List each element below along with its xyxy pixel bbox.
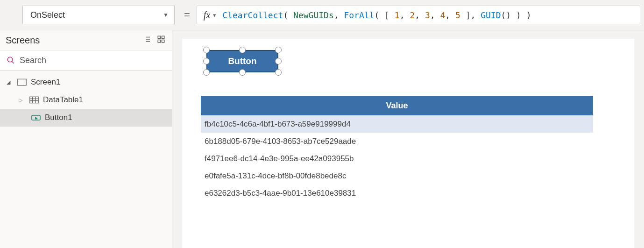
svg-line-11 bbox=[12, 61, 14, 64]
search-icon bbox=[7, 56, 15, 64]
data-table-icon bbox=[29, 96, 39, 104]
tree-title: Screens bbox=[6, 35, 40, 46]
table-row[interactable]: f4971ee6-dc14-4e3e-995a-ee42a093955b bbox=[201, 150, 593, 167]
resize-handle[interactable] bbox=[203, 69, 210, 76]
collapse-icon[interactable]: ◢ bbox=[7, 79, 13, 85]
property-dropdown[interactable]: OnSelect ▼ bbox=[22, 6, 175, 24]
svg-rect-13 bbox=[30, 97, 38, 103]
fx-icon: fx bbox=[204, 10, 210, 21]
resize-handle[interactable] bbox=[275, 58, 282, 64]
chevron-down-icon[interactable]: ▼ bbox=[213, 13, 216, 18]
resize-handle[interactable] bbox=[203, 47, 210, 53]
tree-item-label: DataTable1 bbox=[43, 95, 83, 105]
button-label: Button bbox=[228, 56, 256, 66]
expand-icon[interactable]: ▷ bbox=[19, 97, 25, 103]
search-placeholder: Search bbox=[20, 56, 46, 65]
svg-rect-9 bbox=[162, 40, 164, 42]
table-row[interactable]: e0fafe5a-131c-4dce-bf8b-00fde8bede8c bbox=[201, 167, 593, 184]
screen-icon bbox=[17, 78, 27, 86]
data-table-control[interactable]: Value fb4c10c5-4c6a-4bf1-b673-a59e919999… bbox=[201, 96, 593, 202]
tree-item-datatable1[interactable]: ▷ DataTable1 bbox=[0, 91, 172, 109]
tree-item-screen1[interactable]: ◢ Screen1 bbox=[0, 73, 172, 91]
svg-rect-7 bbox=[162, 36, 164, 38]
formula-toolbar: OnSelect ▼ = fx ▼ ClearCollect( NewGUIDs… bbox=[0, 0, 644, 30]
table-row[interactable]: 6b188d05-679e-4103-8653-ab7ce529aade bbox=[201, 133, 593, 150]
equals-sign: = bbox=[184, 9, 190, 21]
button-icon bbox=[31, 114, 41, 121]
tree-view-panel: Screens Search ◢ Screen1 bbox=[0, 30, 172, 248]
list-view-icon[interactable] bbox=[143, 35, 151, 46]
tree-item-label: Button1 bbox=[45, 113, 72, 122]
svg-rect-12 bbox=[18, 79, 26, 85]
resize-handle[interactable] bbox=[275, 69, 282, 76]
button-control[interactable]: Button bbox=[206, 50, 278, 72]
svg-point-10 bbox=[7, 57, 13, 62]
table-header[interactable]: Value bbox=[201, 96, 593, 115]
canvas[interactable]: Button Value fb4c10c5-4c6a-4bf1-b673-a59… bbox=[172, 30, 644, 248]
chevron-down-icon: ▼ bbox=[163, 12, 169, 18]
resize-handle[interactable] bbox=[239, 69, 246, 76]
svg-rect-6 bbox=[158, 36, 160, 38]
svg-rect-8 bbox=[158, 40, 160, 42]
property-value: OnSelect bbox=[30, 10, 65, 20]
formula-text: ClearCollect( NewGUIDs, ForAll( [ 1, 2, … bbox=[222, 10, 531, 20]
resize-handle[interactable] bbox=[203, 58, 210, 64]
screen-canvas[interactable]: Button Value fb4c10c5-4c6a-4bf1-b673-a59… bbox=[182, 39, 634, 248]
table-row[interactable]: fb4c10c5-4c6a-4bf1-b673-a59e919999d4 bbox=[201, 115, 593, 133]
grid-view-icon[interactable] bbox=[157, 35, 165, 46]
table-row[interactable]: e63262d3-b5c3-4aae-9b01-13e610e39831 bbox=[201, 184, 593, 202]
search-input[interactable]: Search bbox=[0, 50, 172, 71]
formula-input[interactable]: fx ▼ ClearCollect( NewGUIDs, ForAll( [ 1… bbox=[197, 6, 640, 24]
resize-handle[interactable] bbox=[275, 47, 282, 53]
resize-handle[interactable] bbox=[239, 47, 246, 53]
tree-item-label: Screen1 bbox=[31, 78, 60, 87]
tree-item-button1[interactable]: Button1 bbox=[0, 109, 172, 127]
